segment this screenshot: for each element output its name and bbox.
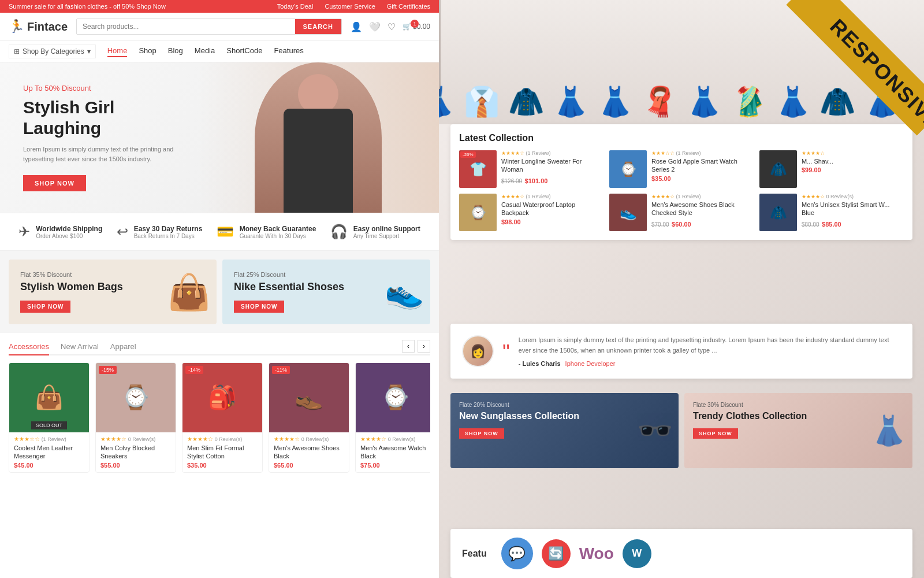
- search-input[interactable]: [77, 19, 295, 34]
- collection-old-price-4: $70.00: [651, 221, 669, 228]
- collection-img-5: 🧥: [759, 194, 797, 231]
- collection-details-1: ★★★☆☆ (1 Review) Rose Gold Apple Smart W…: [651, 150, 754, 182]
- promo-banners: Flat 35% Discount Stylish Women Bags SHO…: [0, 251, 439, 333]
- collection-item-3: ⌚ ★★★★☆ (1 Review) Casual Waterproof Lap…: [459, 194, 603, 231]
- gift-certificates-link[interactable]: Gift Certificates: [387, 3, 430, 10]
- collection-stars-0: ★★★★☆ (1 Review): [501, 150, 603, 156]
- product-name-2: Men Slim Fit Formal Stylist Cotton: [187, 444, 258, 461]
- collection-grid: 👕 -26% ★★★★☆ (1 Review) Winter Longline …: [459, 150, 904, 231]
- hero-text: Lorem Ipsum is simply dummy text of the …: [23, 144, 185, 164]
- product-badge-1: -15%: [99, 366, 117, 374]
- bottom-logos: Featu 💬 🔄 Woo W: [450, 529, 912, 578]
- hero-subtitle: Up To 50% Discount: [23, 84, 185, 92]
- nav-blog[interactable]: Blog: [168, 46, 183, 57]
- testimonial-text: Lorem Ipsum is simply dummy text of the …: [519, 335, 901, 355]
- promo-shoes-button[interactable]: SHOP NOW: [234, 301, 284, 313]
- promo-bags-button[interactable]: SHOP NOW: [20, 301, 70, 313]
- collection-item-2: 🧥 ★★★★☆ M... Shav... $99.00: [759, 150, 904, 188]
- nav-home[interactable]: Home: [107, 46, 128, 57]
- nav-shortcode[interactable]: ShortCode: [226, 46, 262, 57]
- logo-text: Fintace: [27, 20, 68, 34]
- product-name-1: Men Colvy Blocked Sneakers: [100, 444, 171, 461]
- product-badge-3: -11%: [272, 366, 290, 374]
- collection-stars-5: ★★★★☆ 0 Review(s): [802, 194, 904, 199]
- heart-icon[interactable]: 🤍: [369, 21, 381, 32]
- product-stars-1: ★★★★☆ 0 Review(s): [100, 436, 171, 442]
- tab-prev-button[interactable]: ‹: [402, 340, 415, 353]
- cart-icon-wrap[interactable]: 1 🛒 $0.00: [403, 23, 430, 31]
- testimonial-role: Iphone Developer: [565, 360, 616, 367]
- product-card-1: ⌚ -15% ★★★★☆ 0 Review(s) Men Colvy Block…: [95, 362, 176, 473]
- customer-service-link[interactable]: Customer Service: [325, 3, 375, 10]
- collection-name-3: Casual Waterproof Laptop Backpack: [501, 201, 603, 217]
- nav-categories[interactable]: ⊞ Shop By Categories ▾: [9, 45, 96, 58]
- refresh-logo: 🔄: [542, 539, 571, 568]
- collection-img-1: ⌚: [609, 150, 647, 188]
- returns-sub: Back Returns In 7 Days: [134, 233, 203, 239]
- product-stars-0: ★★★☆☆ (1 Review): [14, 436, 84, 442]
- support-sub: Any Time Support: [353, 233, 420, 239]
- cat-clothes-sub: Flate 30% Discount: [693, 402, 904, 408]
- promo-banner-bags: Flat 35% Discount Stylish Women Bags SHO…: [9, 260, 217, 324]
- tab-new-arrival[interactable]: New Arrival: [61, 339, 99, 355]
- tab-apparel[interactable]: Apparel: [110, 339, 136, 355]
- product-name-3: Men's Awesome Shoes Black: [274, 444, 344, 461]
- cat-sunglasses-button[interactable]: SHOP NOW: [459, 428, 504, 439]
- product-price-4: $75.00: [360, 462, 430, 469]
- collection-name-0: Winter Longline Sweater For Woman: [501, 157, 603, 174]
- collection-stars-2: ★★★★☆: [802, 150, 904, 156]
- search-button[interactable]: SEARCH: [295, 19, 341, 34]
- returns-title: Easy 30 Day Returns: [134, 225, 203, 233]
- nav-media[interactable]: Media: [195, 46, 215, 57]
- announcement-bar: Summer sale for all fashion clothes - of…: [0, 0, 439, 13]
- quote-icon: ": [502, 347, 510, 358]
- tab-nav: ‹ ›: [402, 340, 430, 353]
- product-stars-3: ★★★★☆ 0 Review(s): [274, 436, 344, 442]
- collection-price-5: $85.00: [822, 221, 841, 228]
- tab-next-button[interactable]: ›: [418, 340, 430, 353]
- hero-section: Up To 50% Discount Stylish Girl Laughing…: [0, 62, 439, 213]
- collection-old-price-5: $80.00: [802, 221, 819, 228]
- product-price-2: $35.00: [187, 462, 258, 469]
- collection-price-2: $99.00: [802, 166, 904, 173]
- shipping-sub: Order Above $100: [36, 233, 102, 239]
- collection-name-5: Men's Unisex Stylist Smart W... Blue: [802, 201, 904, 217]
- user-icon[interactable]: 👤: [351, 21, 362, 32]
- product-name-0: Coolest Men Leather Messenger: [14, 444, 84, 461]
- compare-icon[interactable]: ♡: [388, 21, 396, 32]
- sunglasses-image: 🕶️: [637, 414, 673, 447]
- feature-money-back-text: Money Back Guarantee Guarante With In 30…: [240, 225, 316, 239]
- collection-details-0: ★★★★☆ (1 Review) Winter Longline Sweater…: [501, 150, 603, 186]
- latest-collection: Latest Collection 👕 -26% ★★★★☆ (1 Review…: [450, 124, 912, 240]
- collection-stars-3: ★★★★☆ (1 Review): [501, 194, 603, 199]
- hero-image: [198, 62, 439, 213]
- sold-out-badge-0: SOLD OUT: [31, 421, 67, 429]
- site-nav: ⊞ Shop By Categories ▾ Home Shop Blog Me…: [0, 41, 439, 62]
- grid-icon: ⊞: [14, 47, 20, 55]
- cat-clothes-button[interactable]: SHOP NOW: [693, 428, 738, 439]
- collection-old-price-0: $126.00: [501, 178, 522, 184]
- collection-details-5: ★★★★☆ 0 Review(s) Men's Unisex Stylist S…: [802, 194, 904, 229]
- nav-shop[interactable]: Shop: [139, 46, 156, 57]
- left-panel: Summer sale for all fashion clothes - of…: [0, 0, 439, 578]
- money-back-icon: 💳: [217, 224, 234, 240]
- product-img-1: ⌚ -15%: [96, 363, 176, 432]
- testimonial-author: - Luies Charis Iphone Developer: [519, 360, 901, 367]
- collection-name-2: M... Shav...: [802, 157, 904, 165]
- testimonial: 👩 " Lorem Ipsum is simply dummy text of …: [450, 324, 912, 379]
- collection-price-wrap-5: $80.00 $85.00: [802, 218, 904, 229]
- cat-banner-clothes: Flate 30% Discount Trendy Clothes Collec…: [684, 393, 912, 468]
- tab-accessories[interactable]: Accessories: [9, 339, 49, 355]
- feature-shipping-text: Worldwide Shipping Order Above $100: [36, 225, 102, 239]
- categories-label: Shop By Categories: [23, 47, 84, 55]
- hero-shop-button[interactable]: SHOP NOW: [23, 175, 86, 191]
- products-grid: 👜 SOLD OUT ★★★☆☆ (1 Review) Coolest Men …: [9, 362, 430, 473]
- collection-stars-4: ★★★★☆ (1 Review): [651, 194, 754, 199]
- product-card-3: 👞 -11% ★★★★☆ 0 Review(s) Men's Awesome S…: [269, 362, 349, 473]
- header-icons: 👤 🤍 ♡ 1 🛒 $0.00: [351, 21, 430, 32]
- todays-deal-link[interactable]: Today's Deal: [277, 3, 314, 10]
- collection-price-4: $60.00: [672, 221, 691, 228]
- nav-features[interactable]: Features: [274, 46, 303, 57]
- cat-sunglasses-sub: Flate 20% Discount: [459, 402, 670, 408]
- collection-name-1: Rose Gold Apple Smart Watch Series 2: [651, 157, 754, 174]
